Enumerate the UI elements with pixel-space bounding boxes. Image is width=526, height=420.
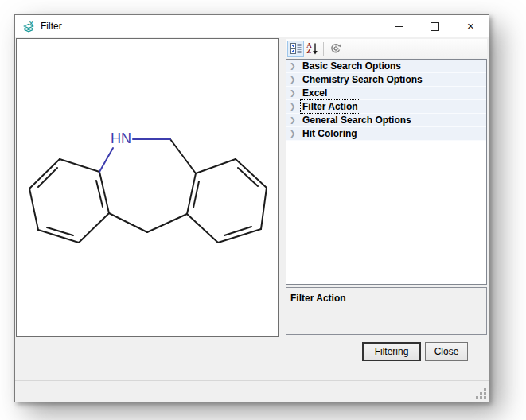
structure-canvas[interactable]: HN xyxy=(16,38,279,337)
category-row-general-search-options[interactable]: ❯ General Search Options xyxy=(286,114,486,127)
maximize-button[interactable] xyxy=(417,15,453,37)
svg-text:X: X xyxy=(29,20,34,27)
bond xyxy=(187,173,196,214)
toolbar-separator xyxy=(323,42,324,56)
category-label: Excel xyxy=(301,87,329,99)
category-row-basic-search-options[interactable]: ❯ Basic Search Options xyxy=(286,60,486,73)
bond xyxy=(109,213,147,232)
chevron-right-icon: ❯ xyxy=(286,127,301,140)
bond xyxy=(236,159,267,188)
maximize-icon xyxy=(431,22,439,31)
minimize-icon xyxy=(395,26,403,27)
layers-x-icon: X xyxy=(22,20,35,33)
bond xyxy=(79,213,109,243)
window-title: Filter xyxy=(41,15,62,37)
molecule-drawing: HN xyxy=(17,39,276,335)
filtering-button[interactable]: Filtering xyxy=(362,342,421,361)
hn-label: HN xyxy=(111,130,131,146)
chevron-right-icon: ❯ xyxy=(286,73,301,86)
category-row-hit-coloring[interactable]: ❯ Hit Coloring xyxy=(286,127,486,141)
category-row-filter-action[interactable]: ❯ Filter Action xyxy=(286,100,486,114)
category-label: Chemistry Search Options xyxy=(301,73,424,86)
alphabetical-sort-icon: A Z xyxy=(306,42,318,55)
property-grid: ❯ Basic Search Options ❯ Chemistry Searc… xyxy=(286,59,487,285)
bond xyxy=(29,189,38,230)
category-row-chemistry-search-options[interactable]: ❯ Chemistry Search Options xyxy=(286,73,486,87)
chevron-right-icon: ❯ xyxy=(286,87,301,99)
reset-gear-icon xyxy=(329,42,342,55)
bond xyxy=(187,214,218,243)
close-icon: × xyxy=(467,15,474,37)
categorized-icon xyxy=(290,42,302,55)
description-title: Filter Action xyxy=(290,293,346,304)
bond xyxy=(60,159,99,172)
category-label: Basic Search Options xyxy=(301,60,403,72)
chevron-right-icon: ❯ xyxy=(286,114,301,126)
bond xyxy=(196,159,236,173)
category-label: Filter Action xyxy=(301,100,360,113)
bond xyxy=(99,172,109,213)
close-button[interactable]: × xyxy=(453,15,489,37)
filter-dialog: X Filter × HN xyxy=(14,14,489,402)
alphabetical-sort-button[interactable]: A Z xyxy=(304,41,321,57)
titlebar[interactable]: X Filter × xyxy=(15,15,489,37)
bond xyxy=(29,159,60,189)
chevron-right-icon: ❯ xyxy=(286,60,301,72)
category-label: General Search Options xyxy=(301,114,413,126)
property-grid-toolbar: A Z xyxy=(286,39,487,58)
close-action-button[interactable]: Close xyxy=(425,342,468,361)
minimize-button[interactable] xyxy=(381,15,417,37)
reset-button[interactable] xyxy=(327,41,344,57)
category-row-excel[interactable]: ❯ Excel xyxy=(286,87,486,100)
category-label: Hit Coloring xyxy=(301,127,359,140)
chevron-right-icon: ❯ xyxy=(286,100,301,113)
bond xyxy=(261,188,267,229)
bond xyxy=(170,139,196,173)
bond xyxy=(147,214,187,232)
bond xyxy=(99,148,113,172)
footer-strip xyxy=(15,380,489,402)
categorized-button[interactable] xyxy=(287,41,304,57)
desktop-background: X Filter × HN xyxy=(0,0,526,420)
bond xyxy=(193,181,199,208)
resize-grip-icon[interactable] xyxy=(476,388,486,399)
description-pane: Filter Action xyxy=(286,287,487,335)
